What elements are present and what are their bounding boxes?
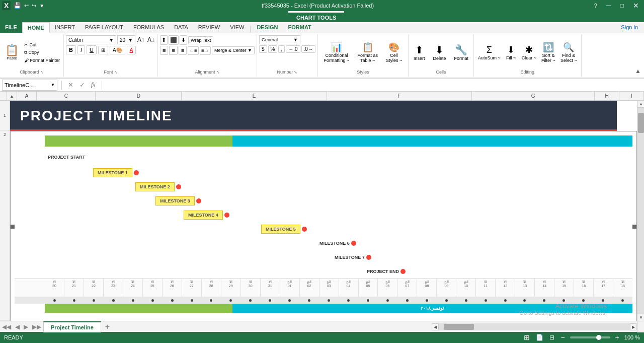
col-c[interactable]: C [37, 92, 96, 101]
scroll-track[interactable] [637, 108, 644, 314]
currency-btn[interactable]: $ [259, 45, 267, 53]
fill-color-btn[interactable]: A🎨 [110, 46, 125, 54]
vertical-scrollbar[interactable]: ▲ ▼ [637, 101, 644, 321]
sheet-tab-project-timeline[interactable]: Project Timeline [43, 321, 101, 332]
cut-button[interactable]: ✂ Cut [23, 41, 61, 48]
bold-btn[interactable]: B [66, 45, 76, 54]
align-top-btn[interactable]: ⬆ [160, 35, 168, 45]
sheet-nav-prev[interactable]: ◀◀ [0, 323, 13, 330]
h-scroll-track[interactable] [439, 323, 630, 330]
scroll-thumb[interactable] [638, 113, 644, 133]
decrease-font-btn[interactable]: A↓ [146, 35, 155, 44]
underline-btn[interactable]: U [87, 45, 97, 54]
insert-cells-btn[interactable]: ⬆ Insert [411, 42, 428, 63]
zoom-out-btn[interactable]: − [559, 332, 566, 342]
clear-btn[interactable]: ✱ Clear ~ [520, 42, 538, 62]
help-btn[interactable]: ? [591, 3, 600, 9]
sign-in-btn[interactable]: Sign in [615, 22, 644, 33]
wrap-text-btn[interactable]: Wrap Text [188, 36, 213, 44]
format-cells-btn[interactable]: 🔧 Format [451, 42, 471, 63]
zoom-in-btn[interactable]: + [614, 332, 620, 342]
tab-page-layout[interactable]: PAGE LAYOUT [80, 22, 128, 33]
find-select-btn[interactable]: 🔍 Find & Select ~ [558, 40, 579, 65]
tab-review[interactable]: REVIEW [193, 22, 225, 33]
quick-save-icon[interactable]: 💾 [14, 2, 21, 9]
tab-design[interactable]: DESIGN [252, 22, 283, 33]
h-scroll-left-btn[interactable]: ◀ [432, 323, 439, 330]
sheet-nav-right[interactable]: ▶ [22, 323, 30, 330]
tab-view[interactable]: VIEW [225, 22, 249, 33]
customize-qa-icon[interactable]: ▼ [39, 3, 44, 9]
format-as-table-btn[interactable]: 📋 Format as Table ~ [354, 40, 381, 65]
function-icon[interactable]: fx [89, 81, 98, 89]
confirm-formula-btn[interactable]: ✓ [77, 81, 87, 89]
cell-styles-btn[interactable]: 🎨 Cell Styles ~ [383, 40, 405, 65]
tab-format[interactable]: FORMAT [283, 22, 316, 33]
chart-area[interactable]: PROJECT START MILESTONE 1 MILESTONE 2 [10, 131, 637, 321]
tab-formulas[interactable]: FORMULAS [128, 22, 169, 33]
copy-button[interactable]: ⧉ Copy [23, 49, 61, 56]
clipboard-expand-icon[interactable]: ⤡ [40, 70, 44, 75]
number-expand-icon[interactable]: ⤡ [294, 70, 297, 75]
page-break-view-btn[interactable]: ⊟ [548, 333, 555, 342]
redo-icon[interactable]: ↪ [32, 3, 36, 9]
zoom-thumb[interactable] [596, 335, 601, 340]
autosum-btn[interactable]: Σ AutoSum ~ [476, 43, 503, 62]
increase-decimal-btn[interactable]: .0→ [301, 45, 315, 53]
minimize-btn[interactable]: ─ [603, 2, 614, 10]
font-expand-icon[interactable]: ⤡ [114, 70, 118, 75]
h-scroll-right-btn[interactable]: ▶ [630, 323, 637, 330]
italic-btn[interactable]: I [77, 45, 85, 54]
col-f[interactable]: F [327, 92, 472, 101]
font-size-dropdown[interactable]: 20▼ [117, 35, 135, 44]
tab-insert[interactable]: INSERT [50, 22, 80, 33]
col-e[interactable]: E [182, 92, 327, 101]
border-btn[interactable]: ⊞ [98, 46, 108, 54]
h-scroll-thumb[interactable] [444, 324, 474, 330]
number-format-dropdown[interactable]: General▼ [259, 35, 300, 44]
conditional-formatting-btn[interactable]: 📊 Conditional Formatting ~ [321, 40, 353, 65]
format-painter-button[interactable]: 🖌 Format Painter [23, 57, 61, 64]
zoom-slider[interactable] [570, 336, 610, 338]
scroll-down-btn[interactable]: ▼ [637, 314, 644, 321]
align-center-btn[interactable]: ≡ [169, 46, 177, 55]
tab-data[interactable]: DATA [169, 22, 193, 33]
percent-btn[interactable]: % [268, 45, 278, 53]
tab-home[interactable]: HOME [22, 22, 50, 33]
alignment-expand-icon[interactable]: ⤡ [216, 70, 220, 75]
maximize-btn[interactable]: □ [617, 2, 627, 9]
cancel-formula-btn[interactable]: ✕ [66, 81, 75, 89]
chart-resize-right[interactable] [632, 225, 636, 229]
col-a[interactable]: A [17, 92, 37, 101]
scroll-up-btn[interactable]: ▲ [637, 101, 644, 108]
col-h[interactable]: H [595, 92, 619, 101]
col-i[interactable]: I [619, 92, 644, 101]
chart-resize-left[interactable] [11, 225, 15, 229]
align-right-btn[interactable]: ≡ [179, 46, 187, 55]
add-sheet-btn[interactable]: + [101, 321, 114, 332]
delete-cells-btn[interactable]: ⬇ Delete [430, 42, 449, 63]
align-bottom-btn[interactable]: ⬇ [180, 35, 187, 45]
increase-indent-btn[interactable]: ≡→ [200, 46, 211, 55]
row-1[interactable]: 1 [0, 101, 10, 131]
close-btn[interactable]: ✕ [630, 2, 642, 10]
tab-file[interactable]: FILE [0, 22, 22, 33]
page-layout-view-btn[interactable]: 📄 [535, 333, 544, 342]
formula-input[interactable] [106, 80, 642, 90]
decrease-decimal-btn[interactable]: ←.0 [286, 45, 300, 53]
name-box[interactable]: TimelineC... ▼ [2, 80, 57, 91]
undo-icon[interactable]: ↩ [24, 3, 29, 9]
decrease-indent-btn[interactable]: ←≡ [188, 46, 199, 55]
name-box-arrow[interactable]: ▼ [51, 83, 55, 87]
font-color-btn[interactable]: A [127, 46, 136, 54]
align-middle-btn[interactable]: ⬛ [169, 35, 179, 45]
col-g[interactable]: G [472, 92, 595, 101]
align-left-btn[interactable]: ≡ [160, 46, 168, 55]
paste-button[interactable]: 📋 Paste [2, 43, 22, 62]
col-d[interactable]: D [96, 92, 182, 101]
normal-view-btn[interactable]: ⊞ [523, 332, 531, 342]
fill-btn[interactable]: ⬇ Fill ~ [504, 42, 519, 62]
sheet-nav-last[interactable]: ▶▶ [30, 323, 43, 330]
row-2[interactable]: 2 [0, 131, 10, 321]
ribbon-collapse-btn[interactable]: ▲ [632, 65, 644, 77]
